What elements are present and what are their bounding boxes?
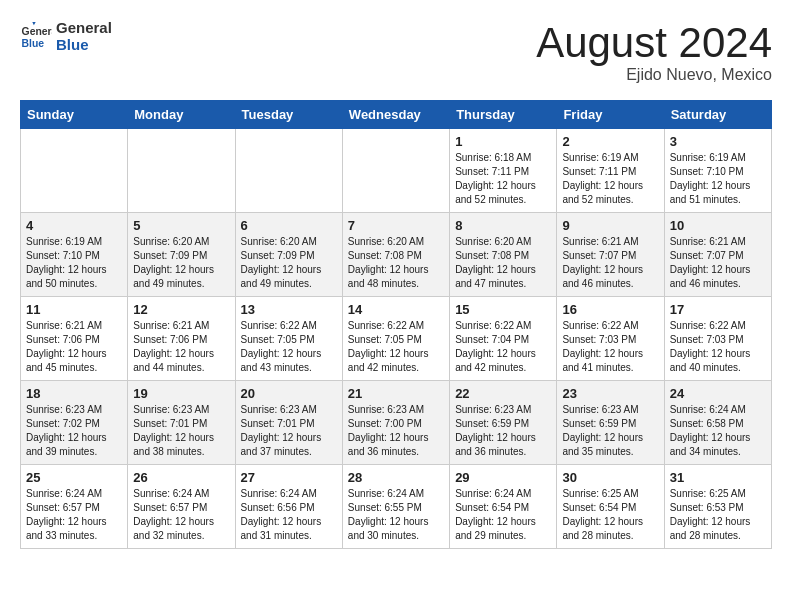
svg-text:Blue: Blue <box>22 37 45 48</box>
day-info: Sunrise: 6:20 AM Sunset: 7:08 PM Dayligh… <box>348 235 444 291</box>
day-number: 24 <box>670 386 766 401</box>
day-info: Sunrise: 6:24 AM Sunset: 6:57 PM Dayligh… <box>26 487 122 543</box>
calendar-cell: 17Sunrise: 6:22 AM Sunset: 7:03 PM Dayli… <box>664 297 771 381</box>
day-number: 21 <box>348 386 444 401</box>
calendar-cell <box>21 129 128 213</box>
calendar-cell <box>342 129 449 213</box>
calendar-cell: 4Sunrise: 6:19 AM Sunset: 7:10 PM Daylig… <box>21 213 128 297</box>
weekday-header-monday: Monday <box>128 101 235 129</box>
day-number: 1 <box>455 134 551 149</box>
day-info: Sunrise: 6:19 AM Sunset: 7:10 PM Dayligh… <box>26 235 122 291</box>
calendar-cell: 11Sunrise: 6:21 AM Sunset: 7:06 PM Dayli… <box>21 297 128 381</box>
day-info: Sunrise: 6:19 AM Sunset: 7:10 PM Dayligh… <box>670 151 766 207</box>
day-number: 31 <box>670 470 766 485</box>
page-header: General Blue General Blue August 2024 Ej… <box>20 20 772 84</box>
day-info: Sunrise: 6:25 AM Sunset: 6:54 PM Dayligh… <box>562 487 658 543</box>
calendar-cell: 26Sunrise: 6:24 AM Sunset: 6:57 PM Dayli… <box>128 465 235 549</box>
day-number: 26 <box>133 470 229 485</box>
calendar-week-row: 25Sunrise: 6:24 AM Sunset: 6:57 PM Dayli… <box>21 465 772 549</box>
day-info: Sunrise: 6:21 AM Sunset: 7:06 PM Dayligh… <box>26 319 122 375</box>
day-info: Sunrise: 6:22 AM Sunset: 7:05 PM Dayligh… <box>348 319 444 375</box>
day-info: Sunrise: 6:24 AM Sunset: 6:56 PM Dayligh… <box>241 487 337 543</box>
calendar-cell: 25Sunrise: 6:24 AM Sunset: 6:57 PM Dayli… <box>21 465 128 549</box>
day-info: Sunrise: 6:19 AM Sunset: 7:11 PM Dayligh… <box>562 151 658 207</box>
calendar-cell: 20Sunrise: 6:23 AM Sunset: 7:01 PM Dayli… <box>235 381 342 465</box>
day-info: Sunrise: 6:23 AM Sunset: 7:02 PM Dayligh… <box>26 403 122 459</box>
day-number: 18 <box>26 386 122 401</box>
day-info: Sunrise: 6:24 AM Sunset: 6:54 PM Dayligh… <box>455 487 551 543</box>
calendar-week-row: 18Sunrise: 6:23 AM Sunset: 7:02 PM Dayli… <box>21 381 772 465</box>
calendar-cell: 12Sunrise: 6:21 AM Sunset: 7:06 PM Dayli… <box>128 297 235 381</box>
calendar-cell: 24Sunrise: 6:24 AM Sunset: 6:58 PM Dayli… <box>664 381 771 465</box>
logo: General Blue General Blue <box>20 20 112 53</box>
day-number: 6 <box>241 218 337 233</box>
day-number: 30 <box>562 470 658 485</box>
calendar-cell: 6Sunrise: 6:20 AM Sunset: 7:09 PM Daylig… <box>235 213 342 297</box>
day-info: Sunrise: 6:21 AM Sunset: 7:06 PM Dayligh… <box>133 319 229 375</box>
calendar-cell: 22Sunrise: 6:23 AM Sunset: 6:59 PM Dayli… <box>450 381 557 465</box>
calendar-cell <box>235 129 342 213</box>
calendar-cell: 14Sunrise: 6:22 AM Sunset: 7:05 PM Dayli… <box>342 297 449 381</box>
calendar-week-row: 11Sunrise: 6:21 AM Sunset: 7:06 PM Dayli… <box>21 297 772 381</box>
day-number: 23 <box>562 386 658 401</box>
calendar-cell: 31Sunrise: 6:25 AM Sunset: 6:53 PM Dayli… <box>664 465 771 549</box>
day-info: Sunrise: 6:24 AM Sunset: 6:58 PM Dayligh… <box>670 403 766 459</box>
day-info: Sunrise: 6:23 AM Sunset: 7:01 PM Dayligh… <box>133 403 229 459</box>
calendar-cell: 10Sunrise: 6:21 AM Sunset: 7:07 PM Dayli… <box>664 213 771 297</box>
day-number: 8 <box>455 218 551 233</box>
calendar-cell <box>128 129 235 213</box>
day-number: 14 <box>348 302 444 317</box>
svg-marker-2 <box>32 22 35 25</box>
day-info: Sunrise: 6:20 AM Sunset: 7:08 PM Dayligh… <box>455 235 551 291</box>
calendar-cell: 1Sunrise: 6:18 AM Sunset: 7:11 PM Daylig… <box>450 129 557 213</box>
calendar-cell: 8Sunrise: 6:20 AM Sunset: 7:08 PM Daylig… <box>450 213 557 297</box>
day-number: 13 <box>241 302 337 317</box>
day-info: Sunrise: 6:24 AM Sunset: 6:57 PM Dayligh… <box>133 487 229 543</box>
calendar-cell: 29Sunrise: 6:24 AM Sunset: 6:54 PM Dayli… <box>450 465 557 549</box>
calendar-week-row: 1Sunrise: 6:18 AM Sunset: 7:11 PM Daylig… <box>21 129 772 213</box>
day-number: 25 <box>26 470 122 485</box>
svg-text:General: General <box>22 26 52 37</box>
weekday-header-row: SundayMondayTuesdayWednesdayThursdayFrid… <box>21 101 772 129</box>
calendar-cell: 5Sunrise: 6:20 AM Sunset: 7:09 PM Daylig… <box>128 213 235 297</box>
day-info: Sunrise: 6:24 AM Sunset: 6:55 PM Dayligh… <box>348 487 444 543</box>
day-info: Sunrise: 6:22 AM Sunset: 7:03 PM Dayligh… <box>670 319 766 375</box>
day-number: 2 <box>562 134 658 149</box>
calendar-cell: 19Sunrise: 6:23 AM Sunset: 7:01 PM Dayli… <box>128 381 235 465</box>
day-number: 4 <box>26 218 122 233</box>
day-number: 11 <box>26 302 122 317</box>
day-number: 28 <box>348 470 444 485</box>
day-info: Sunrise: 6:20 AM Sunset: 7:09 PM Dayligh… <box>133 235 229 291</box>
calendar-cell: 7Sunrise: 6:20 AM Sunset: 7:08 PM Daylig… <box>342 213 449 297</box>
day-info: Sunrise: 6:21 AM Sunset: 7:07 PM Dayligh… <box>562 235 658 291</box>
day-number: 20 <box>241 386 337 401</box>
calendar-cell: 2Sunrise: 6:19 AM Sunset: 7:11 PM Daylig… <box>557 129 664 213</box>
weekday-header-wednesday: Wednesday <box>342 101 449 129</box>
calendar-cell: 16Sunrise: 6:22 AM Sunset: 7:03 PM Dayli… <box>557 297 664 381</box>
day-info: Sunrise: 6:22 AM Sunset: 7:05 PM Dayligh… <box>241 319 337 375</box>
day-number: 27 <box>241 470 337 485</box>
day-info: Sunrise: 6:23 AM Sunset: 7:00 PM Dayligh… <box>348 403 444 459</box>
weekday-header-thursday: Thursday <box>450 101 557 129</box>
day-info: Sunrise: 6:23 AM Sunset: 7:01 PM Dayligh… <box>241 403 337 459</box>
weekday-header-friday: Friday <box>557 101 664 129</box>
location-subtitle: Ejido Nuevo, Mexico <box>536 66 772 84</box>
calendar-cell: 15Sunrise: 6:22 AM Sunset: 7:04 PM Dayli… <box>450 297 557 381</box>
day-number: 17 <box>670 302 766 317</box>
day-number: 19 <box>133 386 229 401</box>
calendar-cell: 30Sunrise: 6:25 AM Sunset: 6:54 PM Dayli… <box>557 465 664 549</box>
day-number: 9 <box>562 218 658 233</box>
calendar-cell: 9Sunrise: 6:21 AM Sunset: 7:07 PM Daylig… <box>557 213 664 297</box>
calendar-week-row: 4Sunrise: 6:19 AM Sunset: 7:10 PM Daylig… <box>21 213 772 297</box>
month-year-title: August 2024 <box>536 20 772 66</box>
day-info: Sunrise: 6:18 AM Sunset: 7:11 PM Dayligh… <box>455 151 551 207</box>
day-number: 15 <box>455 302 551 317</box>
day-info: Sunrise: 6:22 AM Sunset: 7:04 PM Dayligh… <box>455 319 551 375</box>
day-number: 10 <box>670 218 766 233</box>
day-info: Sunrise: 6:21 AM Sunset: 7:07 PM Dayligh… <box>670 235 766 291</box>
day-number: 22 <box>455 386 551 401</box>
day-number: 7 <box>348 218 444 233</box>
logo-icon: General Blue <box>20 21 52 53</box>
day-number: 12 <box>133 302 229 317</box>
day-info: Sunrise: 6:22 AM Sunset: 7:03 PM Dayligh… <box>562 319 658 375</box>
